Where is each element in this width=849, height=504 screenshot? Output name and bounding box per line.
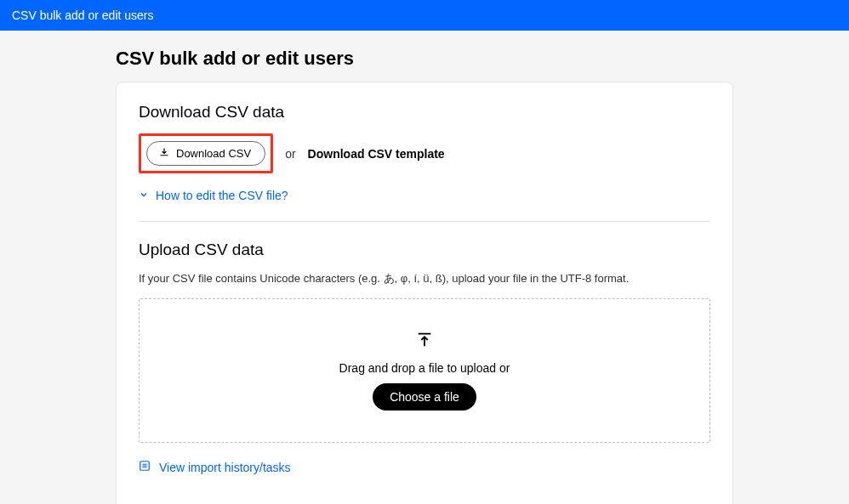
- top-bar: CSV bulk add or edit users: [0, 0, 849, 31]
- choose-file-button[interactable]: Choose a file: [373, 383, 476, 411]
- main-card: Download CSV data Download CSV or Downlo…: [116, 82, 733, 504]
- download-section-heading: Download CSV data: [139, 103, 710, 122]
- download-template-link[interactable]: Download CSV template: [308, 147, 445, 161]
- page-title: CSV bulk add or edit users: [116, 48, 849, 70]
- highlight-box: Download CSV: [139, 133, 273, 173]
- upload-icon: [415, 331, 434, 353]
- how-to-edit-expander[interactable]: How to edit the CSV file?: [139, 189, 710, 202]
- view-import-history-label: View import history/tasks: [159, 461, 291, 474]
- download-csv-button[interactable]: Download CSV: [146, 141, 265, 166]
- chevron-down-icon: [139, 189, 149, 202]
- upload-helper-text: If your CSV file contains Unicode charac…: [139, 271, 710, 286]
- download-csv-button-label: Download CSV: [176, 147, 251, 160]
- view-import-history-link[interactable]: View import history/tasks: [139, 460, 710, 474]
- upload-section-heading: Upload CSV data: [139, 241, 710, 259]
- how-to-edit-label: How to edit the CSV file?: [156, 189, 288, 202]
- drop-text: Drag and drop a file to upload or: [339, 361, 510, 375]
- section-divider: [139, 221, 710, 222]
- download-icon: [159, 147, 169, 160]
- or-text: or: [285, 147, 295, 161]
- download-row: Download CSV or Download CSV template: [139, 133, 710, 173]
- list-icon: [139, 460, 151, 474]
- top-bar-title: CSV bulk add or edit users: [12, 8, 154, 22]
- file-drop-zone[interactable]: Drag and drop a file to upload or Choose…: [139, 298, 710, 443]
